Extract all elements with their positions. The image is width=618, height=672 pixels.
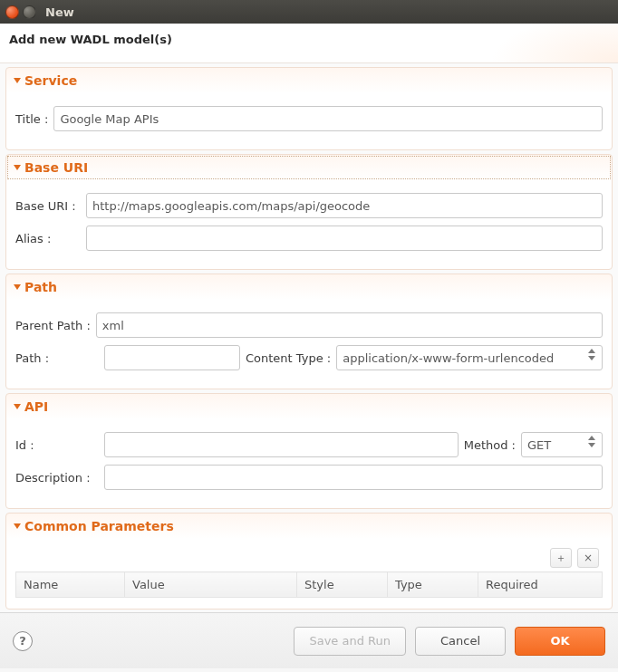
parameters-table: Name Value Style Type Required [15, 571, 603, 598]
titlebar: New [0, 0, 618, 24]
content-type-select[interactable]: application/x-www-form-urlencoded [336, 345, 603, 370]
alias-label: Alias : [15, 232, 81, 245]
col-type[interactable]: Type [388, 572, 478, 598]
service-title-label: Title : [15, 112, 48, 126]
caret-down-icon [14, 523, 21, 529]
cancel-button[interactable]: Cancel [415, 627, 506, 656]
plus-icon: ＋ [555, 551, 566, 566]
path-input[interactable] [104, 345, 240, 370]
path-label: Path : [15, 351, 99, 365]
caret-down-icon [14, 284, 21, 290]
api-id-label: Id : [15, 438, 99, 452]
section-common-parameters: Common Parameters ＋ × Name Value Style T… [5, 513, 613, 610]
params-toolbar: ＋ × [15, 544, 603, 571]
x-icon: × [584, 552, 593, 564]
parent-path-label: Parent Path : [15, 319, 91, 332]
window-minimize-icon[interactable] [23, 5, 36, 19]
section-base-uri-header[interactable]: Base URI [6, 155, 612, 180]
section-service-title: Service [24, 73, 77, 88]
section-common-parameters-title: Common Parameters [24, 519, 174, 533]
base-uri-input[interactable] [86, 193, 603, 218]
col-style[interactable]: Style [297, 572, 388, 598]
parent-path-input[interactable] [96, 312, 603, 338]
section-path-header[interactable]: Path [6, 274, 612, 300]
window-close-icon[interactable] [5, 5, 19, 19]
section-api-header[interactable]: API [6, 394, 612, 419]
ok-button[interactable]: OK [515, 627, 605, 656]
section-path: Path Parent Path : Path : Content Type :… [5, 274, 613, 389]
api-method-select[interactable]: GET [521, 432, 603, 457]
api-description-label: Description : [15, 471, 99, 485]
parameters-table-header-row: Name Value Style Type Required [16, 572, 603, 598]
caret-down-icon [14, 78, 21, 83]
api-id-input[interactable] [104, 432, 459, 457]
section-service-header[interactable]: Service [6, 68, 612, 93]
col-required[interactable]: Required [478, 572, 603, 598]
section-base-uri-title: Base URI [24, 160, 88, 175]
dialog-footer: ? Save and Run Cancel OK [0, 612, 618, 668]
help-button[interactable]: ? [13, 631, 33, 651]
section-api: API Id : Method : GET Description : [5, 393, 613, 509]
caret-down-icon [14, 404, 21, 409]
api-method-label: Method : [464, 438, 516, 452]
section-api-title: API [24, 399, 48, 414]
save-and-run-button[interactable]: Save and Run [294, 627, 406, 656]
dialog-body: Service Title : Base URI Base URI : Alia… [0, 63, 618, 612]
section-base-uri: Base URI Base URI : Alias : [5, 154, 613, 270]
section-common-parameters-header[interactable]: Common Parameters [6, 514, 612, 539]
remove-parameter-button[interactable]: × [577, 548, 599, 568]
dialog-header: Add new WADL model(s) [0, 24, 618, 63]
service-title-input[interactable] [53, 106, 603, 131]
content-type-label: Content Type : [246, 351, 331, 365]
api-description-input[interactable] [104, 465, 603, 490]
section-path-title: Path [24, 280, 57, 294]
help-icon: ? [19, 634, 26, 648]
col-name[interactable]: Name [16, 572, 125, 598]
section-service: Service Title : [5, 67, 613, 150]
caret-down-icon [14, 165, 21, 170]
col-value[interactable]: Value [125, 572, 297, 598]
base-uri-label: Base URI : [15, 199, 81, 213]
alias-input[interactable] [86, 226, 603, 251]
add-parameter-button[interactable]: ＋ [550, 548, 572, 568]
window-title: New [45, 5, 74, 19]
dialog-header-text: Add new WADL model(s) [9, 33, 172, 46]
